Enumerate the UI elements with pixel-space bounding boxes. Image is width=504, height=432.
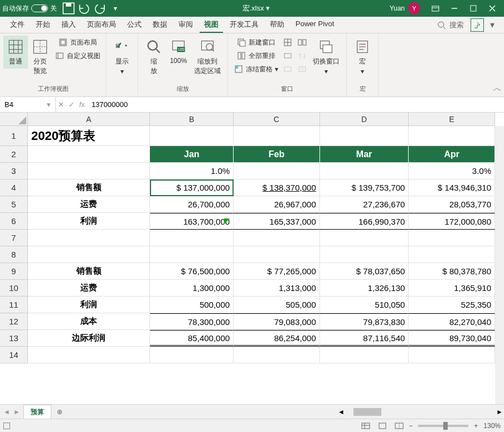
- name-box[interactable]: B4 ▾: [0, 97, 56, 112]
- page-break-view-icon[interactable]: [392, 420, 406, 431]
- zoom-out-button[interactable]: −: [409, 422, 413, 430]
- cell[interactable]: 79,873,830: [320, 313, 409, 330]
- page-layout-view-icon[interactable]: [375, 420, 390, 431]
- row-header[interactable]: 9: [0, 263, 28, 280]
- zoom-slider[interactable]: [418, 425, 468, 427]
- save-icon[interactable]: [61, 2, 76, 15]
- cell[interactable]: [320, 347, 409, 363]
- close-icon[interactable]: [483, 1, 502, 16]
- cell[interactable]: [150, 347, 234, 363]
- hide-button[interactable]: [280, 49, 295, 62]
- cell[interactable]: 成本: [28, 313, 150, 330]
- next-sheet-icon[interactable]: ►: [13, 408, 20, 416]
- redo-icon[interactable]: [93, 2, 107, 15]
- cell[interactable]: 26,967,000: [234, 196, 320, 213]
- page-layout-button[interactable]: 页面布局: [52, 36, 103, 49]
- cell[interactable]: 163,700,000: [150, 213, 234, 230]
- cell[interactable]: $ 138,370,000: [234, 179, 320, 196]
- row-header[interactable]: 8: [0, 246, 28, 263]
- tab-视图[interactable]: 视图: [200, 17, 223, 33]
- page-break-button[interactable]: 分页 预览: [28, 36, 52, 78]
- cell[interactable]: [320, 230, 409, 246]
- row-header[interactable]: 2: [0, 146, 28, 163]
- cell[interactable]: 销售额: [28, 179, 150, 196]
- cell[interactable]: 运费: [28, 196, 150, 213]
- cell[interactable]: 利润: [28, 297, 150, 313]
- row-header[interactable]: 14: [0, 347, 28, 363]
- cell[interactable]: [150, 230, 234, 246]
- autosave[interactable]: 自动保存 关: [2, 4, 57, 13]
- cell[interactable]: 79,083,000: [234, 313, 320, 330]
- search-box[interactable]: 搜索: [437, 20, 464, 30]
- cell[interactable]: $ 76,500,000: [150, 263, 234, 280]
- cell[interactable]: [150, 246, 234, 263]
- cell[interactable]: 1,365,910: [409, 280, 495, 297]
- col-header[interactable]: A: [28, 113, 150, 126]
- sync-scroll-button[interactable]: [295, 49, 309, 62]
- scroll-right-icon[interactable]: ►: [495, 408, 504, 416]
- cell[interactable]: 2020预算表: [28, 126, 150, 146]
- comments-icon[interactable]: ▾: [486, 20, 498, 30]
- cell[interactable]: 28,053,770: [409, 196, 495, 213]
- share-button[interactable]: [471, 18, 484, 32]
- row-header[interactable]: 4: [0, 179, 28, 196]
- arrange-all-button[interactable]: 全部重排: [231, 49, 280, 62]
- cell[interactable]: [28, 246, 150, 263]
- cell[interactable]: [234, 163, 320, 179]
- cell[interactable]: 1.0%: [150, 163, 234, 179]
- autosave-toggle[interactable]: [31, 4, 48, 12]
- tab-页面布局[interactable]: 页面布局: [83, 17, 120, 33]
- cell[interactable]: [234, 347, 320, 363]
- cell[interactable]: 500,000: [150, 297, 234, 313]
- row-header[interactable]: 5: [0, 196, 28, 213]
- cancel-icon[interactable]: ✕: [58, 100, 64, 109]
- cell[interactable]: [28, 230, 150, 246]
- new-window-button[interactable]: 新建窗口: [231, 36, 280, 49]
- zoom-100-button[interactable]: 100 100%: [166, 36, 191, 67]
- minimize-icon[interactable]: [445, 1, 464, 16]
- vertical-scrollbar[interactable]: [495, 126, 504, 404]
- show-button[interactable]: 显示 ▾: [110, 36, 134, 77]
- cell[interactable]: [28, 146, 150, 163]
- cell[interactable]: 运费: [28, 280, 150, 297]
- col-header[interactable]: E: [409, 113, 495, 126]
- cell[interactable]: 172,000,080: [409, 213, 495, 230]
- reset-position-button[interactable]: [295, 62, 309, 76]
- cell[interactable]: $ 143,946,310: [409, 179, 495, 196]
- tab-Power Pivot[interactable]: Power Pivot: [291, 17, 338, 33]
- col-header[interactable]: D: [320, 113, 409, 126]
- cell[interactable]: Jan: [150, 146, 234, 163]
- scrollbar-thumb[interactable]: [353, 408, 381, 416]
- cell[interactable]: [28, 347, 150, 363]
- row-header[interactable]: 10: [0, 280, 28, 297]
- cell[interactable]: [234, 126, 320, 146]
- cell[interactable]: 87,116,540: [320, 330, 409, 347]
- cell[interactable]: [234, 230, 320, 246]
- cell[interactable]: 27,236,670: [320, 196, 409, 213]
- tab-帮助[interactable]: 帮助: [265, 17, 289, 33]
- cell[interactable]: 505,000: [234, 297, 320, 313]
- horizontal-scrollbar[interactable]: ◄ ►: [337, 407, 504, 416]
- row-header[interactable]: 1: [0, 126, 28, 146]
- cell[interactable]: $ 78,037,650: [320, 263, 409, 280]
- scroll-left-icon[interactable]: ◄: [337, 408, 346, 416]
- formula-input[interactable]: 137000000: [87, 100, 504, 109]
- cell[interactable]: 86,254,000: [234, 330, 320, 347]
- row-header[interactable]: 13: [0, 330, 28, 347]
- cell[interactable]: Apr: [409, 146, 495, 163]
- row-header[interactable]: 12: [0, 313, 28, 330]
- tab-审阅[interactable]: 审阅: [174, 17, 197, 33]
- cell[interactable]: 82,270,040: [409, 313, 495, 330]
- tab-插入[interactable]: 插入: [57, 17, 80, 33]
- collapse-ribbon-icon[interactable]: ︿: [491, 80, 504, 96]
- normal-view-button[interactable]: 普通: [3, 36, 28, 69]
- tab-公式[interactable]: 公式: [123, 17, 146, 33]
- macros-button[interactable]: 宏 ▾: [350, 36, 375, 77]
- tab-开始[interactable]: 开始: [31, 17, 55, 33]
- cell[interactable]: $ 139,753,700: [320, 179, 409, 196]
- cell[interactable]: 26,700,000: [150, 196, 234, 213]
- qat-dropdown-icon[interactable]: ▾: [108, 2, 123, 15]
- cells[interactable]: 2020预算表JanFebMarApr1.0%3.0%销售额$ 137,000,…: [28, 126, 495, 363]
- tab-文件[interactable]: 文件: [6, 17, 29, 33]
- cell[interactable]: $ 77,265,000: [234, 263, 320, 280]
